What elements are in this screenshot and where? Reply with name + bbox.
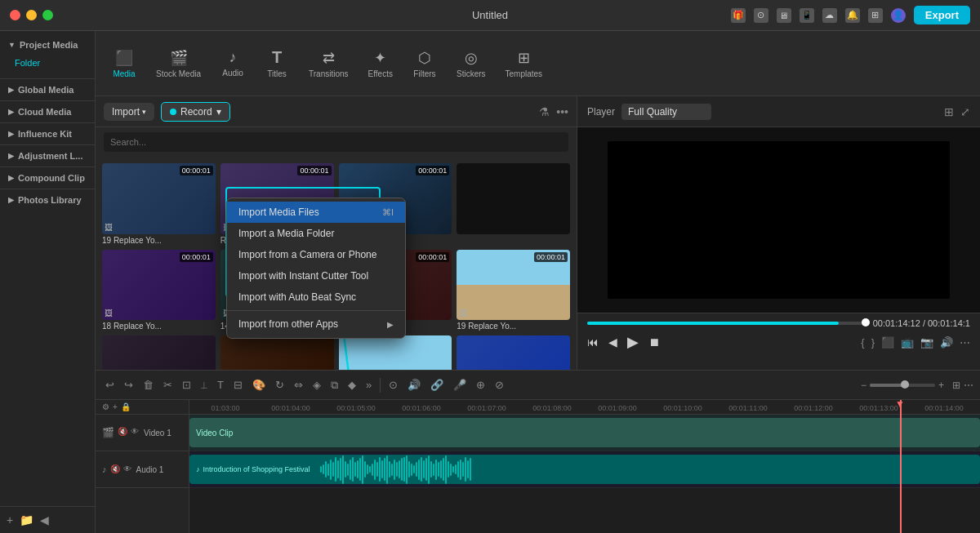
list-item[interactable]: 00:00:01 🖼 19 Replace Yo...: [102, 163, 216, 245]
progress-bar[interactable]: [587, 322, 866, 325]
sidebar-item-cloud-media[interactable]: ▶ Cloud Media: [0, 103, 95, 121]
sidebar-item-photos-library[interactable]: ▶ Photos Library: [0, 191, 95, 209]
toolbar-item-audio[interactable]: ♪ Audio: [212, 44, 253, 82]
voice-icon[interactable]: 🎤: [450, 376, 470, 393]
grid-timeline-icon[interactable]: ⊞: [952, 380, 960, 391]
maximize-button[interactable]: [42, 10, 53, 20]
filter-icon[interactable]: ⚗: [539, 105, 550, 118]
collapse-icon[interactable]: ◀: [40, 513, 49, 526]
import-button[interactable]: Import ▾: [104, 103, 154, 121]
grid-icon[interactable]: ⊞: [868, 8, 883, 23]
playhead[interactable]: [900, 400, 902, 533]
play-button[interactable]: ▶: [627, 333, 639, 351]
audio-mute-icon[interactable]: 🔇: [110, 464, 120, 474]
undo-icon[interactable]: ↩: [102, 376, 118, 393]
minimize-button[interactable]: [26, 10, 37, 20]
gift-icon[interactable]: 🎁: [731, 8, 746, 23]
more-options-icon[interactable]: ⋯: [960, 336, 970, 349]
add-folder-icon[interactable]: +: [7, 513, 13, 526]
video-clip[interactable]: Video Clip: [189, 418, 980, 447]
monitor-icon[interactable]: 🖥: [777, 8, 791, 23]
record-button[interactable]: Record ▾: [161, 102, 230, 122]
rotate-icon[interactable]: ↻: [272, 376, 287, 393]
skip-back-icon[interactable]: ⏮: [587, 335, 599, 349]
link-icon[interactable]: 🔗: [427, 376, 447, 393]
sidebar-item-project-media[interactable]: ▼ Project Media: [0, 36, 95, 54]
sidebar-item-global-media[interactable]: ▶ Global Media: [0, 81, 95, 99]
sidebar-item-folder[interactable]: Folder: [0, 54, 95, 72]
list-item[interactable]: 00:00:01 🖼 19 Replace Yo...: [457, 250, 570, 331]
list-item[interactable]: 🖼: [102, 335, 216, 370]
list-item[interactable]: 00:00:01 🖼 18 Replace Yo...: [102, 250, 216, 331]
crop-icon[interactable]: ⊡: [179, 376, 194, 393]
track-add-icon[interactable]: ⊕: [473, 376, 488, 393]
search-input[interactable]: [104, 132, 568, 152]
add-track-icon[interactable]: +: [113, 402, 118, 411]
grid-view-icon[interactable]: ⊞: [944, 105, 954, 118]
audio-visibility-icon[interactable]: 👁: [123, 464, 131, 474]
stabilize-icon[interactable]: ◈: [310, 376, 324, 393]
toolbar-item-stock[interactable]: 🎬 Stock Media: [148, 44, 209, 83]
stop-button[interactable]: ⏹: [648, 335, 660, 349]
list-item[interactable]: 🖼: [339, 335, 452, 370]
split-icon[interactable]: ⬛: [881, 336, 894, 349]
audio-detach-icon[interactable]: ⊘: [492, 376, 507, 393]
list-item[interactable]: [457, 163, 570, 245]
toolbar-item-titles[interactable]: T Titles: [256, 43, 297, 83]
record-circle-icon[interactable]: ⊙: [754, 8, 768, 23]
crop-frame-icon[interactable]: ⊟: [230, 376, 246, 393]
fullscreen-icon[interactable]: ⤢: [960, 105, 970, 118]
toolbar-item-effects[interactable]: ✦ Effects: [360, 44, 401, 83]
redo-icon[interactable]: ↪: [121, 376, 136, 393]
quality-select[interactable]: Full Quality Half Quality Quarter Qualit…: [621, 104, 711, 120]
more-icon[interactable]: •••: [556, 105, 568, 118]
track-mute-icon[interactable]: 🔇: [118, 427, 127, 438]
frame-back-icon[interactable]: ◀: [608, 335, 617, 349]
audio-clip[interactable]: ♪ Introduction of Shopping Festival: [189, 455, 980, 484]
track-visibility-icon[interactable]: 👁: [131, 427, 139, 438]
mirror-icon[interactable]: ⇔: [291, 376, 306, 393]
dropdown-item-import-instant[interactable]: Import with Instant Cutter Tool: [227, 265, 405, 286]
toolbar-item-filters[interactable]: ⬡ Filters: [404, 44, 445, 83]
magnet-icon[interactable]: 🔊: [404, 376, 424, 393]
camera-icon[interactable]: 📷: [920, 336, 933, 349]
zoom-slider[interactable]: [870, 384, 935, 387]
bracket-left-icon[interactable]: {: [861, 336, 864, 349]
split-audio-icon[interactable]: ⟂: [198, 376, 211, 393]
snap-icon[interactable]: ⊙: [385, 376, 401, 393]
add-to-timeline-icon[interactable]: 📺: [901, 336, 914, 349]
color-icon[interactable]: 🎨: [249, 376, 269, 393]
delete-icon[interactable]: 🗑: [140, 376, 157, 393]
dropdown-item-import-files[interactable]: Import Media Files ⌘I: [227, 202, 405, 223]
sidebar-item-adjustment[interactable]: ▶ Adjustment L...: [0, 147, 95, 165]
bracket-right-icon[interactable]: }: [871, 336, 875, 349]
toolbar-item-stickers[interactable]: ◎ Stickers: [448, 44, 494, 83]
zoom-in-icon[interactable]: +: [938, 380, 944, 391]
avatar[interactable]: 👤: [891, 8, 906, 23]
more-timeline-icon[interactable]: ⋯: [964, 380, 973, 391]
keyframe-icon[interactable]: ◆: [345, 376, 359, 393]
bell-icon[interactable]: 🔔: [845, 8, 860, 23]
dropdown-item-import-beat[interactable]: Import with Auto Beat Sync: [227, 286, 405, 308]
phone-icon[interactable]: 📱: [800, 8, 814, 23]
cut-icon[interactable]: ✂: [160, 376, 176, 393]
dropdown-item-import-camera[interactable]: Import from a Camera or Phone: [227, 244, 405, 265]
close-button[interactable]: [10, 10, 20, 20]
volume-icon[interactable]: 🔊: [940, 336, 953, 349]
more-tools-icon[interactable]: »: [363, 376, 375, 393]
list-item[interactable]: 🖼: [457, 335, 570, 370]
folder-icon[interactable]: 📁: [20, 513, 33, 526]
zoom-out-icon[interactable]: −: [861, 380, 866, 391]
sidebar-item-compound-clip[interactable]: ▶ Compound Clip: [0, 169, 95, 187]
timeline-settings-icon[interactable]: ⚙: [102, 402, 109, 411]
text-insert-icon[interactable]: T: [214, 376, 227, 393]
toolbar-item-transitions[interactable]: ⇄ Transitions: [301, 44, 357, 83]
toolbar-item-templates[interactable]: ⊞ Templates: [497, 44, 551, 83]
list-item[interactable]: 🖼: [220, 335, 334, 370]
cloud-icon[interactable]: ☁: [822, 8, 837, 23]
toolbar-item-media[interactable]: ⬛ Media: [104, 44, 145, 83]
lock-icon[interactable]: 🔒: [121, 402, 131, 411]
export-button[interactable]: Export: [914, 6, 970, 24]
dropdown-item-import-other[interactable]: Import from other Apps ▶: [227, 313, 405, 335]
sidebar-item-influence-kit[interactable]: ▶ Influence Kit: [0, 125, 95, 143]
